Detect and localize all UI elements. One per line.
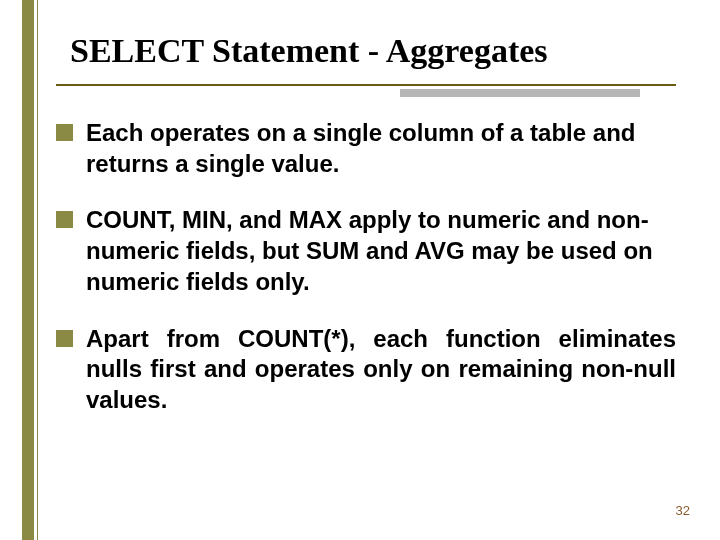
slide-body: Each operates on a single column of a ta… [56, 118, 676, 442]
bullet-item: Apart from COUNT(*), each function elimi… [56, 324, 676, 416]
bullet-text: COUNT, MIN, and MAX apply to numeric and… [86, 206, 653, 294]
left-accent-bar [22, 0, 34, 540]
bullet-text: Each operates on a single column of a ta… [86, 119, 635, 177]
slide: SELECT Statement - Aggregates Each opera… [0, 0, 720, 540]
bullet-square-icon [56, 330, 73, 347]
title-underline [56, 84, 676, 86]
page-number: 32 [676, 503, 690, 518]
bullet-square-icon [56, 211, 73, 228]
left-accent-thin-line [37, 0, 38, 540]
bullet-square-icon [56, 124, 73, 141]
bullet-item: Each operates on a single column of a ta… [56, 118, 676, 179]
slide-title: SELECT Statement - Aggregates [70, 32, 680, 70]
bullet-item: COUNT, MIN, and MAX apply to numeric and… [56, 205, 676, 297]
bullet-text: Apart from COUNT(*), each function elimi… [86, 325, 676, 413]
title-underline-shadow [400, 89, 640, 97]
